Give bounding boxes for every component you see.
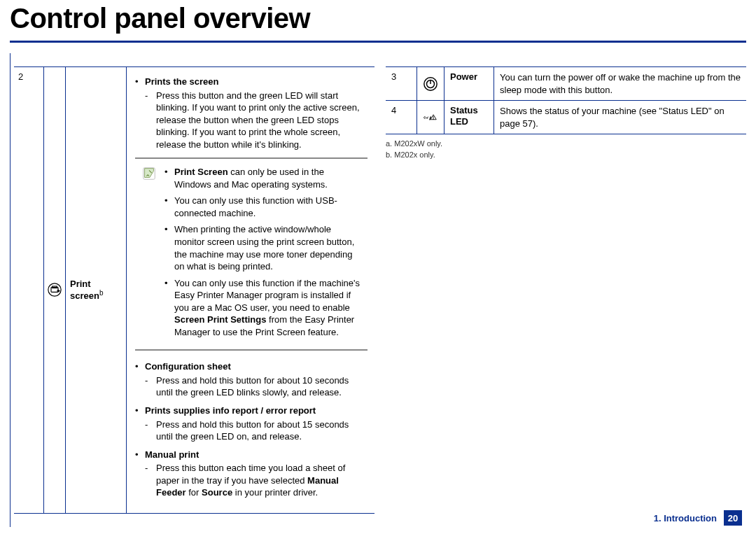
- note-bold: Print Screen: [174, 167, 228, 177]
- row-name: Print screenb: [66, 67, 127, 513]
- right-table: 3 Power You can turn the power off or wa…: [386, 66, 746, 134]
- chapter-label: 1. Introduction: [654, 513, 717, 524]
- section-title: Configuration sheet: [145, 361, 231, 372]
- print-screen-icon: [44, 67, 66, 513]
- right-column: 3 Power You can turn the power off or wa…: [386, 66, 746, 506]
- bold-text: Source: [202, 487, 232, 498]
- row-name-line2: LED: [450, 116, 488, 127]
- note-item: Print Screen can only be used in the Win…: [164, 166, 362, 190]
- footnote-a: a. M202xW only.: [386, 139, 746, 149]
- left-column: 2 Print screenb: [14, 66, 374, 506]
- section-title: Prints supplies info report / error repo…: [145, 405, 316, 416]
- section-prints-the-screen: Prints the screen Press this button and …: [135, 76, 368, 150]
- footnote-b: b. M202x only.: [386, 150, 746, 160]
- divider: [10, 41, 746, 43]
- left-table-row: 2 Print screenb: [14, 66, 374, 514]
- row-number: 3: [386, 67, 417, 100]
- note-item: You can only use this function if the ma…: [164, 277, 362, 339]
- note-bold: Screen Print Settings: [174, 314, 266, 325]
- list-item: Press this button each time you load a s…: [145, 462, 368, 499]
- section-manual-print: Manual print Press this button each time…: [135, 449, 368, 499]
- row-body: You can turn the power off or wake the m…: [494, 67, 746, 100]
- row-name-line2: screenb: [70, 289, 122, 301]
- note-text: You can only use this function if the ma…: [174, 278, 360, 313]
- note-icon: [141, 164, 158, 342]
- row-number: 4: [386, 101, 417, 134]
- svg-point-0: [48, 283, 61, 296]
- row-body: Shows the status of your machine (see "S…: [494, 101, 746, 134]
- row-number: 2: [14, 67, 44, 513]
- list-item: Press and hold this button for about 10 …: [145, 374, 368, 399]
- row-name-line1: Print: [70, 279, 122, 289]
- text: for: [186, 487, 202, 498]
- note-box: Print Screen can only be used in the Win…: [135, 157, 368, 351]
- page-title: Control panel overview: [10, 0, 756, 34]
- list-item: Press this button and the green LED will…: [145, 90, 368, 151]
- section-title: Manual print: [145, 449, 199, 460]
- note-item: When printing the active window/whole mo…: [164, 223, 362, 272]
- row-name: Power: [444, 67, 494, 100]
- left-rule: [10, 53, 10, 527]
- row-body: Prints the screen Press this button and …: [127, 67, 374, 513]
- text: in your printer driver.: [232, 487, 318, 498]
- row-name-line1: Status: [450, 105, 488, 116]
- power-icon: [417, 67, 444, 100]
- row-name: Status LED: [444, 101, 494, 134]
- note-item: You can only use this function with USB-…: [164, 195, 362, 219]
- footnotes: a. M202xW only. b. M202x only.: [386, 139, 746, 160]
- svg-point-9: [433, 118, 434, 119]
- list-item: Press and hold this button for about 15 …: [145, 419, 368, 443]
- table-row: 4 / Status LED Shows t: [386, 100, 746, 134]
- section-supplies-report: Prints supplies info report / error repo…: [135, 405, 368, 443]
- section-configuration-sheet: Configuration sheet Press and hold this …: [135, 360, 368, 399]
- section-title: Prints the screen: [145, 76, 219, 87]
- footnote-ref: b: [99, 289, 104, 297]
- status-led-icon: /: [417, 101, 444, 134]
- table-row: 3 Power You can turn the power off or wa…: [386, 66, 746, 100]
- page-number: 20: [724, 510, 742, 526]
- footer: 1. Introduction 20: [654, 510, 742, 526]
